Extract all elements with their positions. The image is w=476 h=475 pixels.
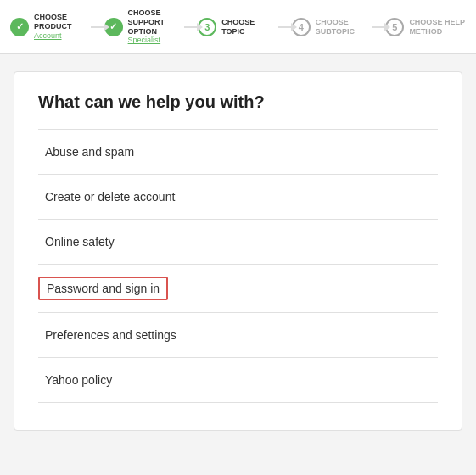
step-label-4: CHOOSE SUBTOPIC: [316, 18, 372, 36]
step-choose-topic[interactable]: 3 CHOOSE TOPIC: [198, 18, 278, 36]
step-text-2: CHOOSE SUPPORT OPTION Specialist: [128, 8, 185, 45]
step-text-4: CHOOSE SUBTOPIC: [316, 18, 372, 36]
step-choose-product[interactable]: ✓ CHOOSE PRODUCT Account: [10, 13, 91, 40]
step-label-3: CHOOSE TOPIC: [221, 18, 278, 36]
topic-item-preferences-and-settings[interactable]: Preferences and settings: [38, 312, 438, 357]
topic-label-abuse-and-spam: Abuse and spam: [38, 142, 141, 162]
connector-3: [278, 26, 292, 28]
step-label-2: CHOOSE SUPPORT OPTION: [128, 8, 185, 36]
topic-item-yahoo-policy[interactable]: Yahoo policy: [38, 357, 438, 403]
topic-card: What can we help you with? Abuse and spa…: [14, 71, 462, 431]
connector-1: [91, 26, 104, 28]
topic-item-password-and-sign-in[interactable]: Password and sign in: [38, 264, 438, 312]
step-choose-subtopic[interactable]: 4 CHOOSE SUBTOPIC: [292, 18, 372, 36]
topic-label-yahoo-policy: Yahoo policy: [38, 370, 119, 390]
main-content: What can we help you with? Abuse and spa…: [0, 54, 476, 448]
step-choose-support-option[interactable]: ✓ CHOOSE SUPPORT OPTION Specialist: [104, 8, 185, 45]
topic-item-create-or-delete-account[interactable]: Create or delete account: [38, 174, 438, 219]
topic-label-password-and-sign-in: Password and sign in: [38, 277, 168, 300]
connector-4: [372, 26, 385, 28]
step-choose-help-method[interactable]: 5 CHOOSE HELP METHOD: [385, 18, 466, 36]
card-title: What can we help you with?: [38, 92, 438, 112]
topic-item-online-safety[interactable]: Online safety: [38, 219, 438, 264]
topic-list: Abuse and spamCreate or delete accountOn…: [38, 129, 438, 403]
step-sublabel-1[interactable]: Account: [34, 31, 91, 41]
topic-item-abuse-and-spam[interactable]: Abuse and spam: [38, 129, 438, 174]
step-text-1: CHOOSE PRODUCT Account: [34, 13, 91, 40]
step-sublabel-2[interactable]: Specialist: [128, 36, 185, 45]
stepper: ✓ CHOOSE PRODUCT Account ✓ CHOOSE SUPPOR…: [0, 0, 476, 54]
topic-label-preferences-and-settings: Preferences and settings: [38, 325, 183, 345]
step-circle-1: ✓: [10, 18, 29, 36]
topic-label-create-or-delete-account: Create or delete account: [38, 187, 182, 207]
topic-label-online-safety: Online safety: [38, 232, 121, 252]
step-text-3: CHOOSE TOPIC: [221, 18, 278, 36]
step-text-5: CHOOSE HELP METHOD: [409, 18, 466, 36]
step-label-1: CHOOSE PRODUCT: [34, 13, 91, 31]
connector-2: [184, 26, 198, 28]
step-label-5: CHOOSE HELP METHOD: [409, 18, 466, 36]
